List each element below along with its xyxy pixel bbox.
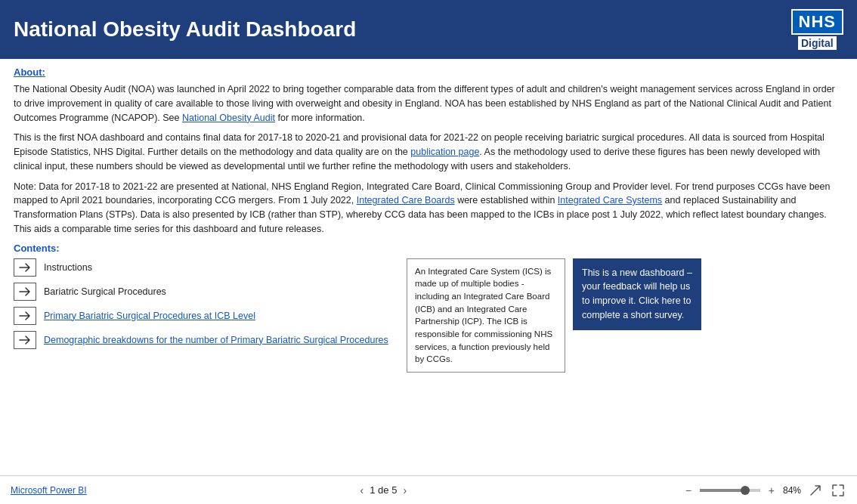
paragraph-1: The National Obesity Audit (NOA) was lau… bbox=[14, 82, 843, 125]
info-box: An Integrated Care System (ICS) is made … bbox=[407, 258, 565, 373]
bottom-bar: Microsoft Power BI ‹ 1 de 5 › − + 84% bbox=[0, 475, 857, 504]
arrow-box-1 bbox=[14, 258, 36, 277]
powerbi-link[interactable]: Microsoft Power BI bbox=[11, 485, 87, 496]
arrow-icon-4 bbox=[19, 335, 31, 345]
header: National Obesity Audit Dashboard NHS Dig… bbox=[0, 0, 857, 59]
page-title: National Obesity Audit Dashboard bbox=[14, 17, 356, 42]
contents-item-4[interactable]: Demographic breakdowns for the number of… bbox=[14, 331, 391, 349]
info-box-text: An Integrated Care System (ICS) is made … bbox=[415, 267, 552, 364]
noa-link[interactable]: National Obesity Audit bbox=[182, 113, 275, 123]
paragraph-2: This is the first NOA dashboard and cont… bbox=[14, 131, 843, 173]
arrow-icon-2 bbox=[19, 286, 31, 297]
paragraph-1-text: The National Obesity Audit (NOA) was lau… bbox=[14, 84, 835, 123]
contents-item-text-2: Bariatric Surgical Procedures bbox=[44, 286, 166, 297]
pagination: ‹ 1 de 5 › bbox=[360, 484, 407, 496]
contents-area: Instructions Bariatric Surgical Procedur… bbox=[14, 258, 843, 373]
nhs-badge: NHS bbox=[791, 9, 843, 35]
arrow-icon-3 bbox=[19, 311, 31, 321]
icb-link[interactable]: Integrated Care Boards bbox=[357, 195, 455, 206]
arrow-box-4 bbox=[14, 331, 36, 349]
arrow-box-3 bbox=[14, 307, 36, 325]
contents-label: Contents: bbox=[14, 243, 843, 254]
nhs-logo: NHS Digital bbox=[791, 9, 843, 50]
share-icon[interactable] bbox=[807, 482, 824, 499]
about-link[interactable]: About: bbox=[14, 66, 45, 78]
contents-item-text-4: Demographic breakdowns for the number of… bbox=[44, 335, 388, 345]
survey-box[interactable]: This is a new dashboard – your feedback … bbox=[573, 258, 701, 330]
nhs-digital-text: Digital bbox=[798, 36, 837, 50]
arrow-icon-1 bbox=[19, 262, 31, 273]
fullscreen-icon[interactable] bbox=[830, 482, 846, 499]
pagination-prev[interactable]: ‹ bbox=[360, 484, 364, 496]
survey-box-text: This is a new dashboard – your feedback … bbox=[582, 267, 692, 320]
bottom-right-controls: − + 84% bbox=[680, 482, 846, 499]
contents-item-1[interactable]: Instructions bbox=[14, 258, 391, 277]
zoom-slider[interactable] bbox=[700, 489, 760, 492]
contents-item-3[interactable]: Primary Bariatric Surgical Procedures at… bbox=[14, 307, 391, 325]
zoom-minus-button[interactable]: − bbox=[680, 482, 697, 499]
arrow-box-2 bbox=[14, 283, 36, 301]
contents-item-2[interactable]: Bariatric Surgical Procedures bbox=[14, 283, 391, 301]
body-content: About: The National Obesity Audit (NOA) … bbox=[0, 59, 857, 475]
contents-item-text-3: Primary Bariatric Surgical Procedures at… bbox=[44, 311, 255, 321]
zoom-slider-fill bbox=[700, 489, 742, 492]
zoom-control: − + 84% bbox=[680, 482, 801, 499]
zoom-percent: 84% bbox=[783, 485, 801, 496]
paragraph-3-mid1: were established within bbox=[455, 195, 558, 206]
main-content: National Obesity Audit Dashboard NHS Dig… bbox=[0, 0, 857, 504]
pub-link[interactable]: publication page bbox=[410, 147, 479, 157]
paragraph-1-end: for more information. bbox=[275, 113, 365, 123]
ics-link[interactable]: Integrated Care Systems bbox=[558, 195, 662, 206]
paragraph-3: Note: Data for 2017-18 to 2021-22 are pr… bbox=[14, 180, 843, 237]
pagination-next[interactable]: › bbox=[403, 484, 407, 496]
pagination-text: 1 de 5 bbox=[370, 484, 397, 496]
contents-list: Instructions Bariatric Surgical Procedur… bbox=[14, 258, 391, 355]
zoom-slider-thumb bbox=[741, 486, 750, 495]
contents-item-text-1: Instructions bbox=[44, 262, 92, 273]
zoom-plus-button[interactable]: + bbox=[763, 482, 780, 499]
